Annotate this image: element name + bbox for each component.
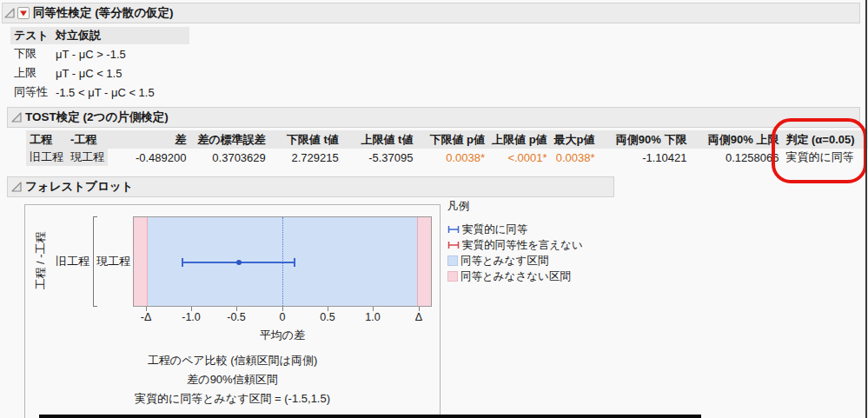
- row-label-divider: [93, 216, 94, 307]
- window-right-border: [865, 0, 867, 418]
- axis-tick-label: 1.0: [365, 311, 380, 323]
- tost-upper-t: -5.37095: [342, 149, 417, 166]
- row-label-divider-cap: [93, 216, 97, 217]
- legend: 凡例 実質的に同等 実質的同等性を言えない 同等とみなす区間 同等とみなさない区…: [447, 199, 583, 284]
- forest-row-label-group-a: 旧工程: [35, 254, 89, 269]
- non-equivalence-region-left: [134, 217, 148, 306]
- tost-data-row: 旧工程 現工程 -0.489200 0.3703629 2.729215 -5.…: [26, 149, 868, 166]
- forest-plot-area: [133, 216, 432, 307]
- red-interval-icon: [447, 240, 460, 250]
- tost-header: 下限値 p値: [416, 130, 488, 149]
- red-down-triangle-icon: [18, 8, 29, 18]
- table-row: 上限 μT - μC < 1.5: [10, 63, 189, 83]
- legend-label: 実質的同等性を言えない: [462, 238, 583, 253]
- hyp-alternative: μT - μC < 1.5: [52, 63, 189, 83]
- axis-tick-label: Δ: [415, 311, 422, 323]
- tost-header-row: 工程 -工程 差 差の標準誤差 下限値 t値 上限値 t値 下限値 p値 上限値…: [26, 130, 868, 149]
- section-header-forest-plot[interactable]: フォレストプロット: [7, 176, 614, 197]
- tost-lower-p: 0.0038*: [416, 149, 488, 166]
- row-label-divider-cap: [93, 306, 97, 307]
- section-title-equivalence-test: 同等性検定 (等分散の仮定): [33, 5, 174, 21]
- tost-header: 両側90% 上限: [690, 130, 782, 149]
- ci-cap-left: [182, 258, 183, 267]
- hyp-test-name: 上限: [10, 63, 52, 83]
- axis-tick-label: -Δ: [141, 311, 152, 323]
- table-row: 同等性 -1.5 < μT - μC < 1.5: [10, 83, 189, 102]
- legend-title: 凡例: [447, 199, 583, 214]
- legend-item: 実質的同等性を言えない: [447, 237, 583, 253]
- hyp-alternative: μT - μC > -1.5: [52, 44, 189, 63]
- tost-header: 上限値 p値: [488, 130, 551, 149]
- ci-cap-right: [294, 258, 295, 267]
- tost-header: 下限値 t値: [269, 130, 342, 149]
- hyp-test-name: 同等性: [10, 83, 52, 102]
- section-header-tost[interactable]: TOST検定 (2つの片側検定): [7, 107, 860, 128]
- hypothesis-table: テスト 対立仮説 下限 μT - μC > -1.5 上限 μT - μC < …: [10, 27, 189, 102]
- blue-region-swatch-icon: [447, 255, 458, 266]
- pink-region-swatch-icon: [447, 271, 458, 282]
- hyp-col-test: テスト: [10, 27, 52, 44]
- tost-header: 差の標準誤差: [189, 130, 268, 149]
- disclosure-triangle-icon[interactable]: [4, 8, 15, 18]
- x-axis-title: 平均の差: [133, 328, 432, 343]
- tost-header: 工程: [26, 130, 67, 149]
- tost-lower-t: 2.729215: [269, 149, 342, 166]
- legend-label: 実質的に同等: [462, 222, 527, 237]
- tost-upper-p: <.0001*: [488, 149, 551, 166]
- disclosure-triangle-icon[interactable]: [11, 112, 22, 123]
- legend-item: 同等とみなす区間: [447, 253, 583, 269]
- plot-caption-line: 実質的に同等とみなす区間 = (-1.5,1.5): [24, 391, 441, 407]
- tost-ci-upper: 0.1258066: [690, 149, 782, 166]
- jmp-report-window: 同等性検定 (等分散の仮定) テスト 対立仮説 下限 μT - μC > -1.…: [0, 0, 868, 418]
- red-highlight-annotation: [772, 118, 867, 183]
- section-header-equivalence-test[interactable]: 同等性検定 (等分散の仮定): [2, 3, 860, 23]
- hyp-col-alternative: 対立仮説: [52, 27, 189, 44]
- tost-ci-lower: -1.10421: [599, 149, 691, 166]
- tost-group-a: 旧工程: [26, 149, 67, 166]
- axis-tick-label: 0.5: [320, 311, 335, 323]
- plot-caption-line: 差の90%信頼区間: [24, 372, 441, 388]
- tost-header: 差: [108, 130, 189, 149]
- legend-label: 同等とみなす区間: [461, 254, 548, 269]
- tost-difference: -0.489200: [108, 149, 189, 166]
- point-estimate-marker: [236, 260, 242, 265]
- plot-caption-line: 工程のペア比較 (信頼区間は両側): [24, 353, 441, 368]
- disclosure-triangle-icon[interactable]: [11, 182, 22, 192]
- tost-max-p: 0.0038*: [551, 149, 599, 166]
- blue-interval-icon: [447, 224, 460, 235]
- tost-header: 上限値 t値: [342, 130, 417, 149]
- tost-header: -工程: [67, 130, 108, 149]
- hyp-alternative: -1.5 < μT - μC < 1.5: [52, 83, 189, 102]
- table-row: 下限 μT - μC > -1.5: [10, 44, 189, 63]
- axis-tick-label: -0.5: [227, 311, 246, 323]
- red-triangle-menu-button[interactable]: [17, 7, 30, 19]
- section-title-forest-plot: フォレストプロット: [25, 179, 133, 195]
- tost-header: 両側90% 下限: [599, 130, 691, 149]
- axis-tick-label: -1.0: [182, 311, 201, 323]
- tost-header: 最大p値: [551, 130, 599, 149]
- legend-item: 実質的に同等: [447, 222, 583, 237]
- tost-group-b: 現工程: [67, 149, 108, 166]
- axis-tick-label: 0: [280, 311, 286, 323]
- tost-std-error: 0.3703629: [189, 149, 268, 166]
- non-equivalence-region-right: [417, 217, 431, 306]
- legend-label: 同等とみなさない区間: [461, 269, 571, 284]
- legend-item: 同等とみなさない区間: [447, 269, 583, 284]
- hyp-test-name: 下限: [10, 44, 52, 63]
- window-bottom-border: [39, 415, 701, 418]
- forest-row-label-group-b: 現工程: [96, 254, 130, 269]
- section-title-tost: TOST検定 (2つの片側検定): [25, 109, 169, 125]
- tost-table: 工程 -工程 差 差の標準誤差 下限値 t値 上限値 t値 下限値 p値 上限値…: [26, 130, 868, 166]
